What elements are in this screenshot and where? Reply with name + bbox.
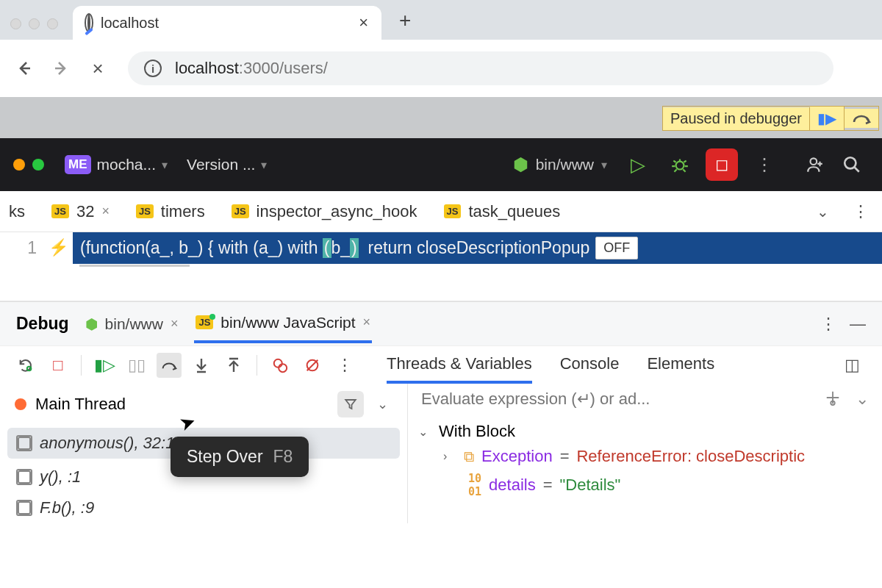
evaluate-expression-input[interactable]: [421, 390, 816, 409]
code-editor[interactable]: 1 ⚡ (function(a_, b_) { with (a_) with (…: [0, 232, 882, 301]
close-icon[interactable]: ×: [171, 316, 179, 331]
debug-toolbar-more-icon[interactable]: ⋮: [332, 353, 357, 378]
ide-min-dot[interactable]: [13, 159, 25, 171]
debugger-banner-text: Paused in debugger: [663, 107, 810, 130]
step-out-button[interactable]: [221, 353, 246, 378]
chevron-down-icon: ▾: [261, 158, 267, 172]
pause-button[interactable]: ▯▯: [124, 353, 149, 378]
tabs-overflow-icon[interactable]: ⌄: [806, 203, 839, 220]
layout-settings-icon[interactable]: ◫: [836, 356, 869, 375]
code-with-me-icon[interactable]: [806, 155, 825, 174]
step-into-button[interactable]: [189, 353, 214, 378]
thread-selector[interactable]: Main Thread ⌄: [0, 384, 407, 425]
stop-button[interactable]: ◻: [706, 148, 738, 181]
tooltip-shortcut: F8: [273, 447, 293, 467]
editor-tab-truncated[interactable]: ks: [0, 202, 38, 221]
window-min-dot[interactable]: [29, 18, 40, 29]
scope-node[interactable]: ⌄ With Block: [418, 419, 872, 444]
variables-tree: ⌄ With Block › ⧉ Exception = ReferenceEr…: [408, 415, 882, 506]
run-config-selector[interactable]: ⬢ bin/www ▾: [506, 154, 614, 175]
close-icon[interactable]: ×: [101, 204, 110, 219]
variable-exception[interactable]: › ⧉ Exception = ReferenceError: closeDes…: [418, 444, 872, 469]
project-selector[interactable]: ME mocha... ▾: [59, 155, 173, 174]
more-run-icon[interactable]: ⋮: [745, 154, 784, 175]
stop-reload-button[interactable]: ×: [87, 57, 109, 79]
debug-session-tab-2[interactable]: JS bin/www JavaScript ×: [194, 305, 372, 343]
editor-tab-timers[interactable]: JS timers: [123, 202, 218, 221]
nodejs-icon: ⬢: [85, 315, 98, 333]
tabs-more-icon[interactable]: ⋮: [839, 202, 882, 221]
browser-tab[interactable]: localhost ×: [73, 6, 381, 40]
tab-elements[interactable]: Elements: [647, 347, 714, 384]
forward-button[interactable]: [50, 57, 72, 79]
debug-more-icon[interactable]: ⋮: [820, 315, 836, 334]
search-icon[interactable]: [842, 155, 861, 174]
globe-icon: [87, 15, 90, 32]
filter-icon[interactable]: [337, 391, 364, 417]
url-path: :3000/users/: [239, 59, 328, 77]
js-icon: JS: [196, 315, 213, 329]
run-button[interactable]: ▷: [622, 154, 654, 176]
code-line[interactable]: (function(a_, b_) { with (a_) with (b_) …: [73, 232, 882, 264]
tab-title: localhost: [101, 15, 159, 32]
svg-point-4: [274, 359, 282, 367]
js-icon: JS: [232, 204, 249, 218]
page-content-stripe: Paused in debugger ▮▶: [0, 97, 882, 138]
editor-tabs: ks JS 32 × JS timers JS inspector_async_…: [0, 191, 882, 232]
site-info-icon[interactable]: i: [144, 60, 162, 77]
debug-minimize-icon[interactable]: —: [850, 315, 866, 334]
tab-threads-variables[interactable]: Threads & Variables: [387, 347, 532, 384]
rerun-button[interactable]: [13, 353, 38, 378]
traffic-lights: [6, 18, 68, 40]
ide-max-dot[interactable]: [32, 159, 44, 171]
editor-tab-task-queues[interactable]: JS task_queues: [431, 202, 574, 221]
frame-item[interactable]: F.b(), :9: [0, 492, 407, 523]
breakpoint-icon[interactable]: ⚡: [44, 232, 73, 264]
project-name: mocha...: [97, 156, 157, 173]
chevron-down-icon[interactable]: ⌄: [373, 396, 392, 412]
close-icon[interactable]: ×: [363, 315, 371, 330]
debug-session-tab-1[interactable]: ⬢ bin/www ×: [84, 306, 180, 342]
banner-resume-button[interactable]: ▮▶: [810, 107, 845, 130]
nodejs-icon: ⬢: [513, 154, 528, 175]
debug-toolbar: □ ▮▷ ▯▯ ⋮ Threads & Variables Console El…: [0, 345, 882, 384]
window-max-dot[interactable]: [47, 18, 58, 29]
url-field[interactable]: i localhost:3000/users/: [128, 51, 833, 85]
editor-tab-32[interactable]: JS 32 ×: [38, 202, 123, 221]
window-close-dot[interactable]: [10, 18, 21, 29]
debug-panel-header: Debug ⬢ bin/www × JS bin/www JavaScript …: [0, 301, 882, 345]
chevron-down-icon[interactable]: ⌄: [856, 390, 869, 409]
step-over-button[interactable]: [157, 353, 182, 378]
new-tab-button[interactable]: +: [386, 9, 424, 40]
chevron-down-icon: ▾: [601, 158, 607, 172]
inlay-off-chip[interactable]: OFF: [595, 237, 638, 259]
tab-modified-indicator: [79, 265, 190, 267]
frame-icon: [18, 470, 31, 484]
debug-title: Debug: [16, 314, 69, 334]
editor-tab-inspector[interactable]: JS inspector_async_hook: [218, 202, 431, 221]
svg-point-1: [811, 158, 817, 165]
svg-point-5: [279, 364, 287, 372]
chevron-down-icon: ▾: [162, 158, 168, 172]
view-breakpoints-button[interactable]: [268, 353, 293, 378]
ide-titlebar: ME mocha... ▾ Version ... ▾ ⬢ bin/www ▾ …: [0, 138, 882, 191]
vcs-label: Version ...: [187, 156, 255, 173]
debug-body: Main Thread ⌄ anonymous(), 32:1 y(), :1 …: [0, 384, 882, 523]
debug-button[interactable]: [662, 155, 698, 174]
vcs-selector[interactable]: Version ... ▾: [181, 156, 273, 173]
variables-panel: ⌄ ⌄ With Block › ⧉ Exception = Reference…: [408, 384, 882, 523]
banner-stepover-button[interactable]: [845, 109, 878, 128]
tooltip-label: Step Over: [187, 447, 263, 467]
project-badge: ME: [65, 155, 91, 174]
variable-details[interactable]: 1001 details = "Details": [418, 469, 872, 501]
back-button[interactable]: [13, 57, 35, 79]
ide-window-dots: [6, 159, 51, 171]
tab-console[interactable]: Console: [560, 347, 620, 384]
resume-button[interactable]: ▮▷: [92, 353, 117, 378]
add-watch-icon[interactable]: [825, 390, 841, 409]
stop-debug-button[interactable]: □: [46, 353, 71, 378]
url-host: localhost: [175, 59, 239, 77]
thread-status-icon: [15, 398, 26, 410]
mute-breakpoints-button[interactable]: [300, 353, 325, 378]
tab-close-icon[interactable]: ×: [359, 13, 368, 32]
